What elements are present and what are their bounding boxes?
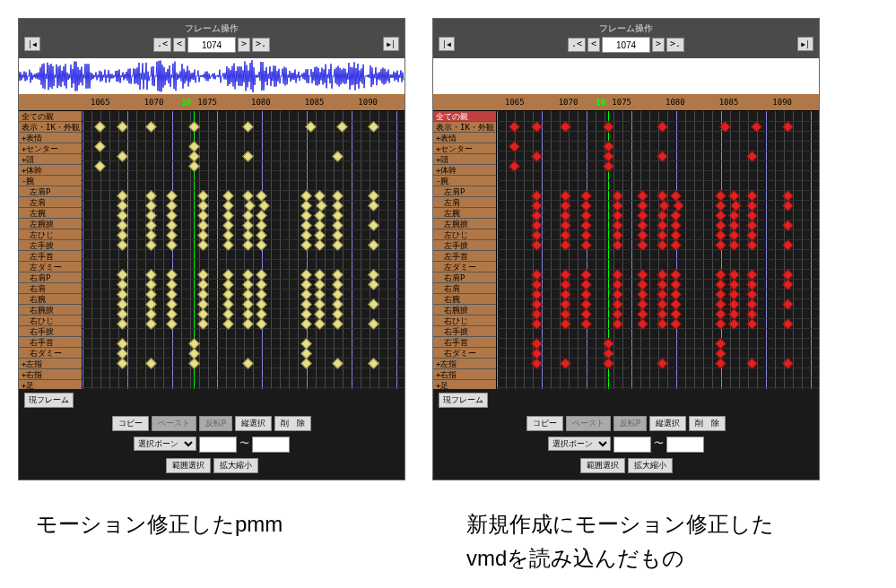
bone-row[interactable]: 全ての親 [433, 111, 496, 122]
bone-row[interactable]: 左手捩 [433, 240, 496, 251]
nav-last-button[interactable]: ▶| [383, 37, 399, 51]
bone-row[interactable]: +右指 [433, 369, 496, 380]
next-button[interactable]: > [238, 38, 250, 52]
zoom-button[interactable]: 拡大縮小 [213, 458, 258, 473]
bone-row[interactable]: +頭 [433, 154, 496, 165]
bone-row[interactable]: 右ダミー [433, 348, 496, 359]
bone-row[interactable]: -腕 [19, 176, 82, 186]
bone-row[interactable]: 左肩 [433, 197, 496, 208]
bone-row[interactable]: 左肩 [19, 197, 82, 208]
next-button[interactable]: > [652, 38, 665, 52]
current-frame-button[interactable]: 現フレーム [24, 393, 74, 408]
bone-row[interactable]: 左ひじ [19, 229, 82, 240]
bone-row[interactable]: 右腕捩 [433, 305, 496, 316]
bone-row[interactable]: 左腕捩 [433, 219, 496, 229]
bone-row[interactable]: 右腕 [19, 294, 82, 305]
bone-row[interactable]: 右肩 [19, 283, 82, 294]
frame-ops-title: フレーム操作 [22, 22, 401, 35]
flip-button[interactable]: 反転P [613, 416, 647, 431]
bone-select[interactable]: 選択ボーン [134, 437, 196, 451]
zoom-button[interactable]: 拡大縮小 [628, 458, 673, 473]
frame-ruler[interactable]: 10651070107510801085109010 [496, 94, 819, 111]
bone-row[interactable]: 左腕捩 [19, 219, 82, 229]
frame-number-input[interactable] [602, 37, 650, 53]
bone-row[interactable]: 右肩P [433, 272, 496, 283]
paste-button[interactable]: ペースト [566, 416, 611, 431]
bone-row[interactable]: +足 [19, 380, 82, 389]
flip-button[interactable]: 反転P [199, 416, 232, 431]
bone-row[interactable]: 右ひじ [19, 316, 82, 326]
bone-row[interactable]: 右手捩 [433, 326, 496, 337]
range-select-button[interactable]: 範囲選択 [580, 458, 625, 473]
nav-first-button[interactable]: |◀ [24, 37, 40, 51]
current-frame-indicator: 10 [596, 98, 605, 107]
bone-row[interactable]: 左ダミー [433, 262, 496, 272]
nav-last-button[interactable]: ▶| [797, 37, 813, 51]
keyframe-grid[interactable] [497, 111, 819, 389]
bone-row[interactable]: 左ダミー [19, 262, 82, 272]
current-frame-button[interactable]: 現フレーム [439, 393, 488, 408]
bone-row[interactable]: +足 [433, 380, 496, 389]
bone-row[interactable]: 全ての親 [19, 111, 82, 122]
prev-button[interactable]: < [587, 38, 600, 52]
waveform [19, 58, 405, 94]
bone-row[interactable]: +センター [433, 143, 496, 154]
range-start-input[interactable] [199, 437, 237, 453]
current-frame-indicator: 10 [181, 98, 191, 107]
delete-button[interactable]: 削 除 [274, 416, 311, 431]
ruler-tick: 1070 [144, 98, 164, 107]
bone-row[interactable]: +右指 [19, 369, 82, 380]
bone-row[interactable]: 左手首 [433, 251, 496, 262]
bone-row[interactable]: 表示・IK・外観 [433, 122, 496, 133]
prev-button[interactable]: < [173, 38, 186, 52]
range-end-input[interactable] [252, 437, 290, 453]
bone-row[interactable]: 左腕 [433, 208, 496, 219]
copy-button[interactable]: コピー [526, 416, 563, 431]
vertical-select-button[interactable]: 縦選択 [649, 416, 686, 431]
frame-ruler[interactable]: 10651070107510801085109010 [82, 94, 405, 111]
range-end-input[interactable] [666, 437, 704, 453]
bone-row[interactable]: +表情 [19, 133, 82, 143]
range-select-button[interactable]: 範囲選択 [166, 458, 211, 473]
caption-right: 新規作成にモーション修正した vmdを読み込んだもの [457, 480, 861, 588]
bone-row[interactable]: 右手首 [19, 337, 82, 348]
bone-row[interactable]: 左ひじ [433, 229, 496, 240]
bone-row[interactable]: -腕 [433, 176, 496, 186]
bone-row[interactable]: 右肩 [433, 283, 496, 294]
bone-row[interactable]: +表情 [433, 133, 496, 143]
bone-row[interactable]: +体幹 [433, 165, 496, 176]
bone-row[interactable]: +センター [19, 143, 82, 154]
paste-button[interactable]: ペースト [152, 416, 196, 431]
bone-row[interactable]: 表示・IK・外観 [19, 122, 82, 133]
bone-row[interactable]: 右手捩 [19, 326, 82, 337]
bone-row[interactable]: 右腕 [433, 294, 496, 305]
bone-row[interactable]: 右手首 [433, 337, 496, 348]
bone-row[interactable]: 右肩P [19, 272, 82, 283]
bone-row[interactable]: 左肩P [433, 186, 496, 197]
dot-next-button[interactable]: >. [666, 38, 684, 52]
dot-prev-button[interactable]: .< [568, 38, 586, 52]
bone-row[interactable]: 左手首 [19, 251, 82, 262]
delete-button[interactable]: 削 除 [689, 416, 726, 431]
bone-row[interactable]: 右ダミー [19, 348, 82, 359]
bone-select[interactable]: 選択ボーン [548, 437, 611, 451]
bone-row[interactable]: 右腕捩 [19, 305, 82, 316]
keyframe-grid[interactable] [83, 111, 405, 389]
caption-left: モーション修正したpmm [27, 480, 431, 588]
dot-next-button[interactable]: >. [252, 38, 270, 52]
bone-row[interactable]: +左指 [19, 359, 82, 369]
nav-first-button[interactable]: |◀ [439, 37, 455, 51]
bone-row[interactable]: +頭 [19, 154, 82, 165]
vertical-select-button[interactable]: 縦選択 [235, 416, 272, 431]
bone-row[interactable]: 右ひじ [433, 316, 496, 326]
bone-row[interactable]: +左指 [433, 359, 496, 369]
copy-button[interactable]: コピー [112, 416, 149, 431]
range-start-input[interactable] [613, 437, 651, 453]
dot-prev-button[interactable]: .< [153, 38, 171, 52]
bone-row[interactable]: 左肩P [19, 186, 82, 197]
ruler-tick: 1090 [772, 98, 792, 107]
frame-number-input[interactable] [187, 37, 236, 53]
bone-row[interactable]: +体幹 [19, 165, 82, 176]
bone-row[interactable]: 左手捩 [19, 240, 82, 251]
bone-row[interactable]: 左腕 [19, 208, 82, 219]
